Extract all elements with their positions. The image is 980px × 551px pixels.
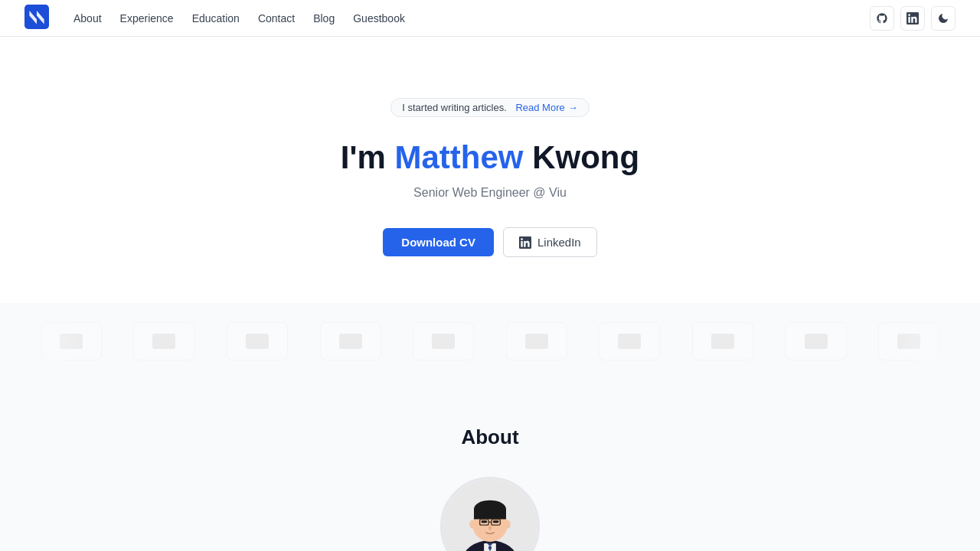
- tech-card-3: [227, 322, 288, 360]
- download-cv-button[interactable]: Download CV: [383, 228, 494, 256]
- tech-card-9: [786, 322, 847, 360]
- svg-rect-0: [24, 5, 49, 29]
- hero-buttons: Download CV LinkedIn: [383, 227, 596, 257]
- nav-right: [870, 6, 956, 31]
- hero-title: I'm Matthew Kwong: [341, 139, 639, 177]
- hero-title-prefix: I'm: [341, 139, 395, 175]
- svg-rect-2: [60, 334, 83, 349]
- tech-strip-inner: [0, 322, 980, 360]
- linkedin-button-hero[interactable]: LinkedIn: [503, 227, 597, 257]
- tech-card-1: [41, 322, 102, 360]
- linkedin-icon-small: [519, 236, 531, 249]
- dark-mode-icon: [937, 12, 949, 24]
- svg-rect-3: [152, 334, 175, 349]
- linkedin-label: LinkedIn: [537, 236, 581, 249]
- about-section: About: [0, 380, 980, 551]
- nav-link-blog[interactable]: Blog: [307, 9, 341, 28]
- linkedin-icon: [906, 12, 919, 24]
- logo[interactable]: [24, 5, 49, 32]
- hero-subtitle: Senior Web Engineer @ Viu: [413, 186, 567, 200]
- svg-point-29: [488, 526, 492, 530]
- github-button[interactable]: [870, 6, 894, 31]
- nav-link-guestbook[interactable]: Guestbook: [347, 9, 411, 28]
- svg-rect-7: [525, 334, 548, 349]
- github-icon: [876, 12, 888, 24]
- svg-point-22: [469, 520, 475, 529]
- announcement-text: I started writing articles.: [402, 102, 507, 113]
- about-title: About: [461, 425, 518, 449]
- hero-title-name: Matthew: [395, 139, 524, 175]
- svg-rect-21: [474, 509, 506, 519]
- svg-rect-4: [246, 334, 269, 349]
- dark-mode-button[interactable]: [931, 6, 956, 31]
- svg-point-23: [505, 520, 511, 529]
- navbar: About Experience Education Contact Blog …: [0, 0, 980, 37]
- nav-link-about[interactable]: About: [67, 9, 108, 28]
- svg-rect-11: [897, 334, 920, 349]
- announcement-link[interactable]: Read More →: [515, 102, 577, 113]
- svg-rect-8: [618, 334, 641, 349]
- svg-rect-25: [493, 521, 499, 523]
- tech-card-5: [413, 322, 474, 360]
- avatar-container: [440, 477, 540, 551]
- arrow-right-icon: →: [568, 102, 578, 113]
- tech-card-7: [599, 322, 660, 360]
- avatar: [443, 479, 537, 551]
- svg-rect-5: [339, 334, 362, 349]
- linkedin-button[interactable]: [900, 6, 925, 31]
- nav-link-contact[interactable]: Contact: [252, 9, 301, 28]
- svg-rect-9: [711, 334, 734, 349]
- tech-card-8: [692, 322, 753, 360]
- hero-section: I started writing articles. Read More → …: [0, 37, 980, 303]
- nav-link-education[interactable]: Education: [186, 9, 246, 28]
- svg-rect-10: [805, 334, 828, 349]
- nav-link-experience[interactable]: Experience: [114, 9, 180, 28]
- svg-rect-6: [432, 334, 455, 349]
- nav-left: About Experience Education Contact Blog …: [24, 5, 411, 32]
- svg-rect-24: [482, 521, 488, 523]
- nav-links: About Experience Education Contact Blog …: [67, 9, 411, 28]
- tech-card-6: [506, 322, 567, 360]
- tech-strip: [0, 303, 980, 380]
- announcement-banner: I started writing articles. Read More →: [390, 98, 589, 117]
- tech-card-4: [320, 322, 381, 360]
- hero-title-suffix: Kwong: [524, 139, 640, 175]
- tech-card-2: [133, 322, 194, 360]
- tech-card-10: [878, 322, 939, 360]
